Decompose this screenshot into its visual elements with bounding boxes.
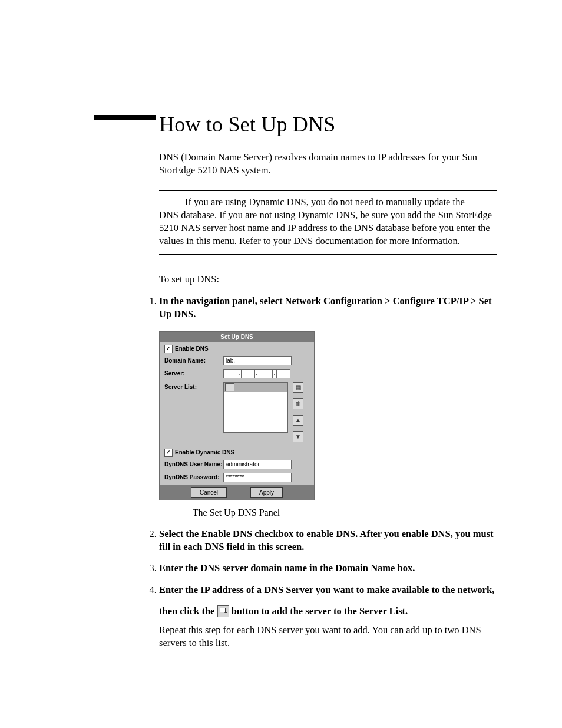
cancel-button[interactable]: Cancel — [191, 487, 227, 498]
step-1: In the navigation panel, select Network … — [159, 295, 497, 519]
domain-name-input[interactable]: lab. — [223, 356, 292, 365]
enable-dyndns-checkbox[interactable] — [164, 449, 173, 457]
steps-list: In the navigation panel, select Network … — [144, 295, 497, 650]
dyndns-pass-input[interactable]: ******** — [223, 473, 292, 482]
step-4: Enter the IP address of a DNS Server you… — [159, 584, 497, 650]
server-icon — [225, 383, 234, 391]
step-2-text: Select the Enable DNS checkbox to enable… — [159, 528, 494, 552]
step-1-text: In the navigation panel, select Network … — [159, 295, 492, 319]
section-rule — [94, 115, 156, 120]
step-4-pre: then click the — [159, 605, 217, 617]
step-4-followup: Repeat this step for each DNS server you… — [159, 624, 497, 650]
add-server-icon[interactable]: ▦ — [293, 382, 303, 393]
setup-dns-panel: Set Up DNS Enable DNS Domain Name: lab. … — [159, 331, 315, 500]
enable-dyndns-row: Enable Dynamic DNS — [162, 446, 312, 458]
panel-title: Set Up DNS — [160, 332, 314, 342]
step-2: Select the Enable DNS checkbox to enable… — [159, 528, 497, 554]
step-3: Enter the DNS server domain name in the … — [159, 562, 497, 575]
enable-dns-checkbox[interactable] — [164, 345, 173, 353]
note-box: If you are using Dynamic DNS, you do not… — [159, 190, 497, 255]
panel-caption: The Set Up DNS Panel — [159, 506, 313, 519]
apply-button[interactable]: Apply — [250, 487, 283, 498]
page-title: How to Set Up DNS — [159, 112, 497, 137]
dyndns-user-label: DynDNS User Name: — [164, 460, 223, 469]
step-4-post: button to add the server to the Server L… — [232, 605, 408, 617]
domain-name-label: Domain Name: — [164, 357, 223, 365]
lead-in: To set up DNS: — [159, 274, 497, 285]
server-list-selected[interactable] — [224, 383, 287, 392]
delete-server-icon[interactable]: 🗑 — [293, 398, 303, 409]
intro-paragraph: DNS (Domain Name Server) resolves domain… — [159, 151, 497, 177]
note-line1: If you are using Dynamic DNS, you do not… — [159, 196, 497, 209]
enable-dns-label: Enable DNS — [175, 345, 209, 353]
enable-dyndns-label: Enable Dynamic DNS — [175, 449, 234, 457]
step-4-line1: Enter the IP address of a DNS Server you… — [159, 584, 497, 597]
server-label: Server: — [164, 370, 223, 378]
step-3-text: Enter the DNS server domain name in the … — [159, 562, 415, 574]
server-list[interactable] — [223, 382, 288, 433]
note-rest: DNS database. If you are not using Dynam… — [159, 209, 497, 248]
move-down-icon[interactable]: ▼ — [293, 431, 303, 442]
dyndns-pass-label: DynDNS Password: — [164, 473, 223, 482]
dyndns-user-input[interactable]: administrator — [223, 460, 292, 469]
move-up-icon[interactable]: ▲ — [293, 415, 303, 426]
enable-dns-row: Enable DNS — [162, 342, 312, 354]
add-server-inline-icon: + — [217, 605, 229, 617]
server-ip-input[interactable]: . . . — [223, 369, 290, 378]
server-list-label: Server List: — [164, 382, 223, 391]
